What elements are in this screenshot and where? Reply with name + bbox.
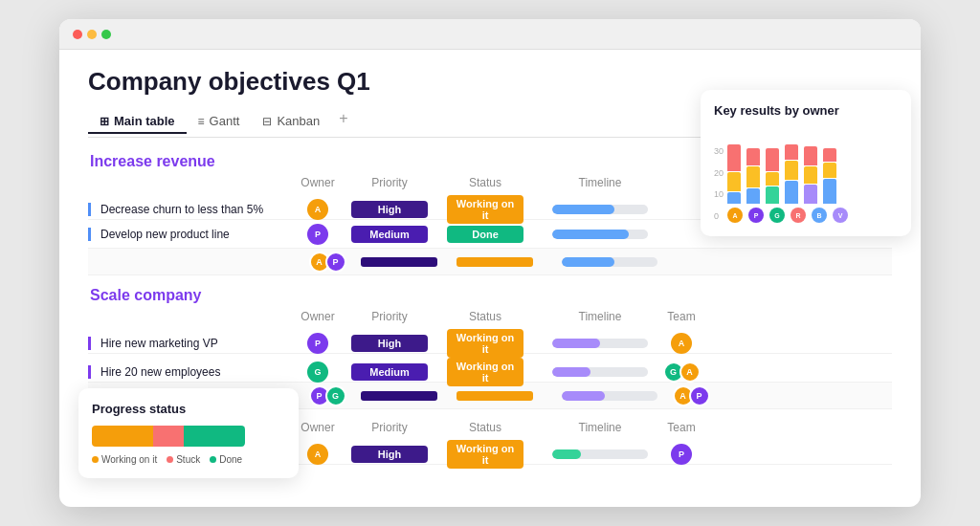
avatar: A: [307, 199, 328, 220]
priority-badge: High: [351, 446, 428, 463]
chart-bar: [727, 192, 741, 204]
tab-kanban-label: Kanban: [277, 114, 320, 128]
priority-badge: High: [351, 201, 428, 218]
avatar: P: [307, 333, 328, 354]
col-status: Status: [433, 176, 538, 189]
browser-window: Company objectives Q1 ⊞ Main table ≡ Gan…: [59, 19, 921, 507]
chart-label-avatar: V: [833, 208, 848, 223]
key-results-title: Key results by owner: [714, 103, 898, 118]
status-cell: Done: [433, 226, 538, 243]
chart-label-avatar: P: [748, 208, 764, 223]
chart-label-avatar: R: [791, 208, 806, 223]
kanban-icon: ⊟: [262, 115, 272, 128]
main-content: Company objectives Q1 ⊞ Main table ≡ Gan…: [59, 50, 921, 507]
priority-cell: High: [346, 201, 433, 218]
col-owner: Owner: [289, 310, 346, 323]
status-cell: Working on it: [433, 195, 538, 224]
avatar: A: [307, 444, 328, 465]
progress-bar-wrap: [92, 426, 245, 447]
priority-badge: Medium: [351, 226, 428, 243]
avatar: G: [307, 362, 328, 383]
table-row: Hire 20 new employees G Medium Working o…: [88, 354, 892, 383]
avatar: P: [307, 224, 328, 245]
table-icon: ⊞: [100, 115, 109, 128]
gantt-icon: ≡: [198, 115, 205, 128]
legend-item-done: Done: [210, 454, 242, 465]
key-results-panel: Key results by owner 30 20 10 0: [701, 90, 911, 236]
legend-label-working: Working on it: [101, 454, 157, 465]
tab-main-table-label: Main table: [114, 114, 175, 128]
col-status: Status: [433, 310, 538, 323]
legend-item-working: Working on it: [92, 454, 157, 465]
col-owner: Owner: [289, 176, 346, 189]
status-badge: Working on it: [447, 358, 523, 386]
table-row: Hire new marketing VP P High Working on …: [88, 325, 892, 354]
dot-yellow: [87, 30, 97, 39]
progress-seg-stuck: [153, 426, 184, 447]
dot-green: [101, 30, 111, 39]
progress-seg-done: [184, 426, 245, 447]
row-label: Hire new marketing VP: [88, 337, 289, 350]
bar-chart: [727, 127, 848, 204]
chart-labels: A P G R B V: [727, 208, 848, 223]
table-header-scale: Owner Priority Status Timeline Team: [88, 310, 892, 323]
priority-cell: Medium: [346, 226, 433, 243]
chart-label-avatar: G: [769, 208, 785, 223]
priority-badge: Medium: [351, 363, 428, 381]
status-badge: Working on it: [447, 329, 523, 358]
priority-badge: High: [351, 335, 428, 352]
col-timeline: Timeline: [538, 310, 662, 323]
chart-label-avatar: A: [727, 208, 743, 223]
row-label: Hire 20 new employees: [88, 365, 289, 379]
legend-dot-done: [210, 456, 216, 463]
bar-group: [746, 148, 760, 204]
chart-bar: [727, 172, 741, 191]
team-avatar: A: [671, 333, 692, 354]
y-axis: 30 20 10 0: [714, 146, 727, 223]
y-label: 30: [714, 146, 724, 156]
timeline-bar-wrap: [552, 205, 648, 214]
legend-label-done: Done: [219, 454, 242, 465]
col-timeline: Timeline: [538, 176, 662, 189]
owner-cell: A: [289, 199, 346, 220]
timeline-cell: [538, 230, 662, 239]
section-title-scale: Scale company: [88, 287, 892, 304]
y-label: 10: [714, 189, 724, 199]
status-badge: Done: [447, 226, 523, 243]
legend-label-stuck: Stuck: [176, 454, 200, 465]
status-badge: Working on it: [447, 195, 523, 224]
timeline-cell: [538, 205, 662, 214]
extra-row: A P: [88, 249, 892, 275]
dot-red: [73, 30, 82, 39]
col-team: Team: [662, 310, 701, 323]
chart-bar: [727, 144, 741, 171]
legend-dot-working: [92, 456, 99, 463]
tab-kanban[interactable]: ⊟ Kanban: [251, 110, 331, 134]
legend: Working on it Stuck Done: [92, 454, 285, 465]
col-priority: Priority: [346, 310, 433, 323]
bar-group: [823, 148, 836, 204]
row-label: Decrease churn to less than 5%: [88, 203, 289, 216]
owner-cell: P: [289, 224, 346, 245]
y-label: 20: [714, 168, 724, 178]
status-badge: Working on it: [447, 440, 523, 469]
browser-bar: [59, 19, 921, 50]
progress-title: Progress status: [92, 402, 285, 416]
y-label: 0: [714, 211, 724, 221]
tab-gantt-label: Gantt: [210, 114, 240, 128]
tab-main-table[interactable]: ⊞ Main table: [88, 110, 187, 134]
timeline-bar: [552, 205, 614, 214]
bar-group: [785, 144, 798, 204]
legend-dot-stuck: [167, 456, 173, 463]
bar-group: [727, 144, 741, 204]
add-view-button[interactable]: +: [331, 106, 355, 131]
row-label: Develop new product line: [88, 228, 289, 241]
browser-dots: [73, 30, 111, 39]
tab-gantt[interactable]: ≡ Gantt: [187, 110, 252, 134]
bar-group: [766, 148, 779, 204]
chart-label-avatar: B: [812, 208, 827, 223]
bar-group: [804, 146, 817, 204]
timeline-bar: [552, 230, 629, 239]
progress-seg-working: [92, 426, 153, 447]
team-avatar: P: [671, 444, 692, 465]
